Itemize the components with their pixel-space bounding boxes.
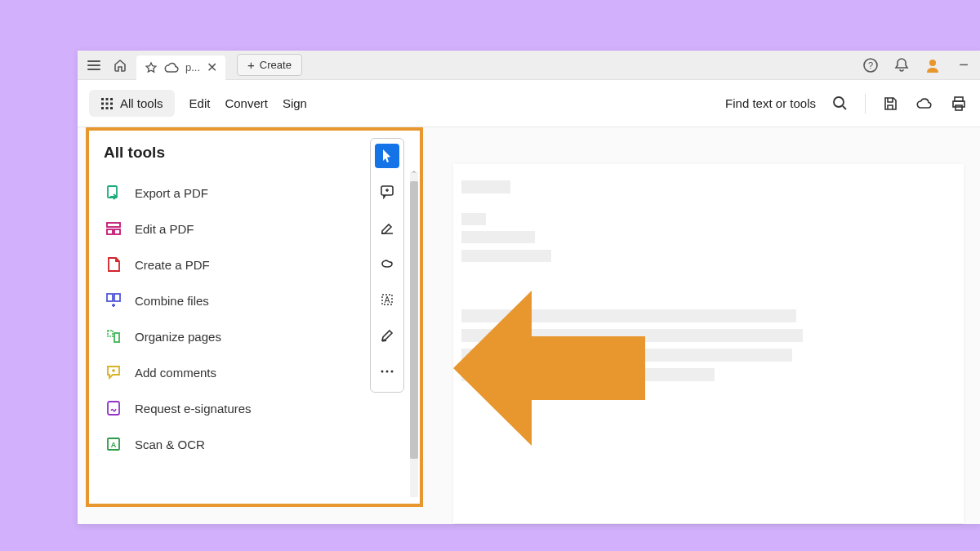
svg-point-31 — [386, 371, 389, 373]
star-icon — [145, 61, 158, 74]
help-icon[interactable]: ? — [861, 56, 880, 75]
menu-icon[interactable] — [84, 56, 104, 75]
document-tab[interactable]: p... ✕ — [136, 56, 225, 80]
svg-text:A: A — [111, 441, 117, 449]
all-tools-label: All tools — [120, 96, 163, 110]
tool-label: Request e-signatures — [135, 402, 252, 415]
svg-rect-6 — [101, 102, 104, 104]
export-icon — [105, 184, 122, 201]
edit-pdf-icon — [105, 220, 122, 237]
vertical-toolbar: A — [370, 138, 404, 393]
svg-rect-21 — [114, 294, 120, 301]
svg-text:?: ? — [868, 60, 873, 70]
tool-label: Organize pages — [135, 330, 221, 344]
textbox-tool[interactable]: A — [375, 287, 399, 312]
highlight-tool[interactable] — [375, 216, 399, 240]
bell-icon[interactable] — [892, 56, 911, 75]
tab-title: p... — [185, 61, 200, 73]
create-button[interactable]: + Create — [237, 54, 302, 76]
svg-rect-5 — [110, 98, 113, 100]
save-icon[interactable] — [880, 94, 900, 113]
more-tools-icon[interactable] — [375, 359, 399, 384]
svg-point-2 — [929, 60, 936, 66]
svg-rect-24 — [108, 402, 119, 415]
sign-menu[interactable]: Sign — [283, 96, 307, 110]
svg-rect-11 — [110, 107, 113, 109]
cloud-icon — [164, 61, 179, 74]
scan-icon: A — [105, 436, 122, 452]
find-label: Find text or tools — [725, 96, 816, 110]
title-bar: p... ✕ + Create ? − — [78, 51, 980, 80]
sign-tool[interactable] — [375, 323, 399, 348]
signature-icon — [105, 400, 122, 416]
edit-menu[interactable]: Edit — [189, 96, 211, 110]
grid-icon — [100, 97, 114, 110]
tool-scan-ocr[interactable]: A Scan & OCR — [89, 426, 420, 462]
create-label: Create — [260, 59, 292, 71]
svg-rect-9 — [101, 107, 104, 109]
svg-rect-4 — [106, 98, 109, 100]
svg-rect-18 — [107, 229, 113, 234]
svg-text:A: A — [385, 295, 390, 304]
profile-icon[interactable] — [923, 56, 942, 75]
tool-label: Export a PDF — [135, 186, 208, 200]
draw-tool[interactable] — [375, 251, 399, 276]
svg-rect-19 — [114, 229, 120, 234]
select-tool[interactable] — [375, 144, 399, 168]
toolbar: All tools Edit Convert Sign Find text or… — [78, 80, 980, 127]
arrow-annotation — [453, 291, 645, 446]
svg-rect-7 — [106, 102, 109, 104]
svg-rect-10 — [106, 107, 109, 109]
comment-icon — [105, 364, 122, 380]
plus-icon: + — [247, 58, 255, 72]
scroll-up-icon[interactable]: ⌃ — [410, 170, 418, 180]
svg-point-32 — [391, 371, 394, 373]
svg-rect-3 — [101, 98, 104, 100]
divider — [865, 94, 866, 113]
search-icon[interactable] — [831, 94, 850, 113]
svg-rect-8 — [110, 102, 113, 104]
comment-tool[interactable] — [375, 180, 399, 204]
tool-label: Add comments — [135, 366, 216, 380]
svg-rect-23 — [114, 333, 119, 342]
tool-label: Combine files — [135, 294, 209, 308]
svg-point-12 — [834, 97, 844, 107]
close-tab-icon[interactable]: ✕ — [207, 60, 217, 75]
scrollbar-thumb[interactable] — [410, 181, 418, 459]
svg-rect-14 — [953, 101, 964, 107]
all-tools-button[interactable]: All tools — [89, 90, 175, 117]
home-icon[interactable] — [110, 56, 130, 75]
svg-rect-15 — [956, 105, 962, 110]
cloud-sync-icon[interactable] — [915, 94, 934, 113]
svg-point-30 — [381, 371, 384, 373]
tool-request-signatures[interactable]: Request e-signatures — [89, 390, 420, 426]
content-area: All tools ✕ ⌃ Export a PDF Edit a PDF Cr… — [78, 127, 980, 524]
convert-menu[interactable]: Convert — [225, 96, 268, 110]
svg-rect-20 — [107, 294, 113, 301]
tool-label: Edit a PDF — [135, 222, 194, 236]
panel-title: All tools — [104, 144, 165, 162]
app-window: p... ✕ + Create ? − A — [78, 51, 980, 524]
print-icon[interactable] — [949, 94, 969, 113]
organize-icon — [105, 328, 122, 344]
svg-rect-17 — [107, 223, 120, 227]
tool-label: Create a PDF — [135, 258, 210, 272]
minimize-icon[interactable]: − — [954, 56, 973, 75]
svg-rect-22 — [108, 331, 113, 336]
combine-icon — [105, 292, 122, 309]
create-pdf-icon — [105, 256, 122, 273]
tool-label: Scan & OCR — [135, 438, 205, 451]
